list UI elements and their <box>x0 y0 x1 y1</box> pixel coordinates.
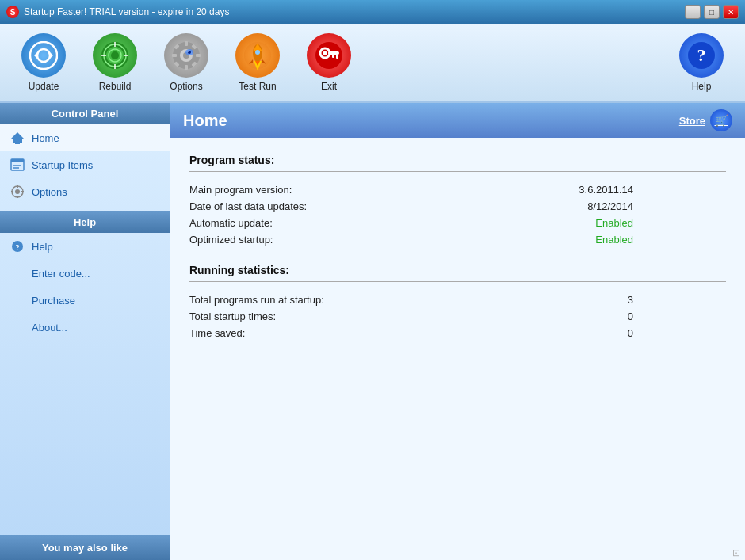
svg-point-49 <box>15 189 20 194</box>
time-saved-label: Time saved: <box>189 327 245 339</box>
rebuild-button[interactable]: Rebuild <box>79 27 151 98</box>
svg-rect-52 <box>11 191 13 192</box>
svg-rect-38 <box>336 55 338 59</box>
sidebar-item-startup-items[interactable]: Startup Items <box>0 151 170 178</box>
resize-area: ⊡ <box>170 547 745 560</box>
options-icon-svg <box>171 40 201 70</box>
app-icon: S <box>6 6 19 18</box>
about-icon <box>10 319 25 335</box>
sidebar-item-options[interactable]: Options <box>0 178 170 205</box>
testrun-icon <box>235 33 280 78</box>
sidebar-divider <box>0 205 170 211</box>
sidebar-enter-code-label: Enter code... <box>32 268 90 280</box>
toolbar: Update Rebuild <box>0 24 745 103</box>
help-button[interactable]: ? Help <box>666 27 737 98</box>
program-status-section: Program status: Main program version: 3.… <box>189 154 726 248</box>
content-body: Program status: Main program version: 3.… <box>170 138 745 547</box>
purchase-icon <box>10 292 25 308</box>
help-icon-svg: ? <box>686 40 716 70</box>
store-link[interactable]: Store 🛒 <box>679 109 732 131</box>
table-row: Time saved: 0 <box>189 325 633 341</box>
date-value: 8/12/2014 <box>587 200 633 212</box>
optimized-startup-label: Optimized startup: <box>189 234 273 246</box>
exit-icon <box>307 33 351 78</box>
sidebar-bottom[interactable]: You may also like <box>0 535 170 560</box>
svg-marker-2 <box>34 52 37 59</box>
main-layout: Control Panel Home Startup Items <box>0 103 745 560</box>
table-row: Automatic update: Enabled <box>189 215 633 231</box>
control-panel-title: Control Panel <box>0 103 170 124</box>
update-label: Update <box>29 81 59 92</box>
svg-rect-51 <box>17 196 18 198</box>
enter-code-icon <box>10 265 25 281</box>
titlebar-controls[interactable]: — □ ✕ <box>685 5 739 19</box>
content-title: Home <box>183 112 227 130</box>
update-icon-svg <box>29 41 58 70</box>
sidebar-purchase-label: Purchase <box>32 295 75 307</box>
options-icon <box>164 33 208 78</box>
content-area: Home Store 🛒 Program status: Main progra… <box>170 103 745 560</box>
time-saved-value: 0 <box>628 327 633 339</box>
svg-rect-37 <box>328 51 339 55</box>
sidebar-about-label: About... <box>32 322 67 333</box>
testrun-icon-svg <box>243 40 273 70</box>
rebuild-label: Rebuild <box>99 81 132 92</box>
titlebar-title: Startup Faster! TRIAL version - expire i… <box>24 6 229 17</box>
sidebar-options-icon <box>10 184 25 200</box>
auto-update-value: Enabled <box>595 217 633 229</box>
titlebar: S Startup Faster! TRIAL version - expire… <box>0 0 745 24</box>
close-button[interactable]: ✕ <box>723 5 739 19</box>
exit-label: Exit <box>321 81 337 92</box>
program-status-title: Program status: <box>189 154 726 166</box>
svg-text:?: ? <box>697 45 706 65</box>
version-label: Main program version: <box>189 184 292 196</box>
control-panel-section: Control Panel Home Startup Items <box>0 103 170 205</box>
maximize-button[interactable]: □ <box>704 5 720 19</box>
optimized-startup-value: Enabled <box>595 234 633 246</box>
help-section-title: Help <box>0 211 170 233</box>
titlebar-left: S Startup Faster! TRIAL version - expire… <box>6 6 229 18</box>
svg-rect-53 <box>21 191 24 192</box>
update-icon <box>21 33 66 78</box>
svg-text:?: ? <box>16 243 20 252</box>
help-nav-icon: ? <box>10 238 25 254</box>
sidebar-item-about[interactable]: About... <box>0 314 170 341</box>
home-icon <box>10 130 25 146</box>
minimize-button[interactable]: — <box>685 5 701 19</box>
update-button[interactable]: Update <box>8 27 79 98</box>
exit-icon-svg <box>314 40 344 70</box>
running-stats-section: Running statistics: Total programs run a… <box>189 264 726 341</box>
resize-handle-icon: ⊡ <box>732 547 740 558</box>
table-row: Total startup times: 0 <box>189 308 633 325</box>
options-button[interactable]: Options <box>151 27 222 98</box>
sidebar-item-enter-code[interactable]: Enter code... <box>0 260 170 287</box>
testrun-button[interactable]: Test Run <box>222 27 293 98</box>
sidebar-help-label: Help <box>32 241 53 253</box>
sidebar-item-purchase[interactable]: Purchase <box>0 287 170 314</box>
sidebar-item-help[interactable]: ? Help <box>0 233 170 260</box>
help-section: Help ? Help Enter code... Purchase <box>0 211 170 341</box>
svg-point-5 <box>111 51 119 59</box>
table-row: Main program version: 3.6.2011.14 <box>189 181 633 198</box>
svg-point-31 <box>255 50 260 55</box>
options-label: Options <box>170 81 202 92</box>
svg-rect-17 <box>172 54 177 57</box>
exit-button[interactable]: Exit <box>293 27 365 98</box>
total-startup-times-value: 0 <box>628 310 633 322</box>
stats-divider <box>189 281 726 282</box>
table-row: Total programs run at startup: 3 <box>189 291 633 308</box>
help-icon: ? <box>679 33 724 78</box>
table-row: Date of last data updates: 8/12/2014 <box>189 198 633 215</box>
sidebar-startup-items-label: Startup Items <box>32 159 93 171</box>
sidebar-home-label: Home <box>32 132 59 144</box>
sidebar-item-home[interactable]: Home <box>0 124 170 151</box>
auto-update-label: Automatic update: <box>189 217 273 229</box>
svg-rect-45 <box>11 159 24 162</box>
rebuild-icon <box>93 33 137 78</box>
sidebar-options-label: Options <box>32 186 67 198</box>
svg-rect-18 <box>196 54 201 57</box>
startup-items-icon <box>10 157 25 173</box>
date-label: Date of last data updates: <box>189 200 307 212</box>
store-cart-icon: 🛒 <box>710 109 732 131</box>
svg-rect-50 <box>17 185 18 188</box>
